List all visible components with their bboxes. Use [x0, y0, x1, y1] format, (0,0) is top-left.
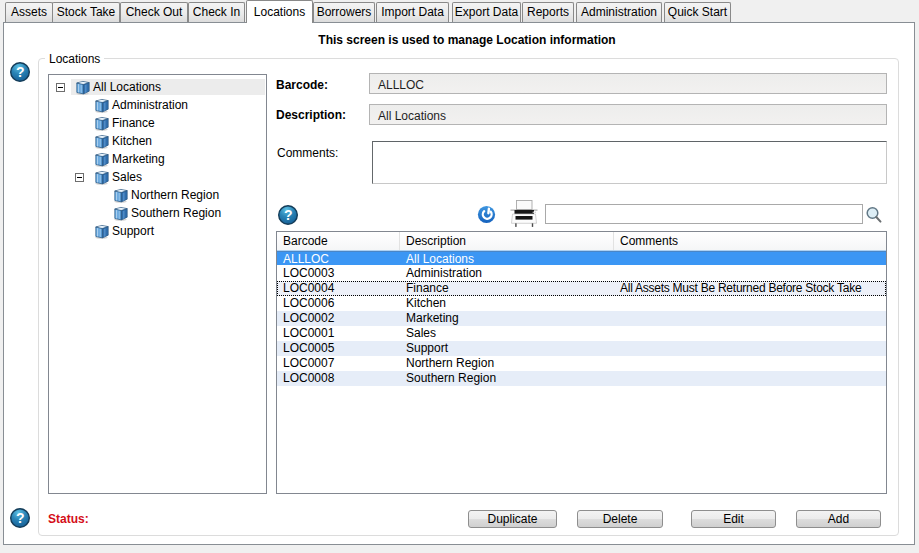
- svg-text:?: ?: [284, 207, 293, 223]
- svg-text:?: ?: [16, 64, 25, 80]
- svg-text:?: ?: [16, 510, 25, 526]
